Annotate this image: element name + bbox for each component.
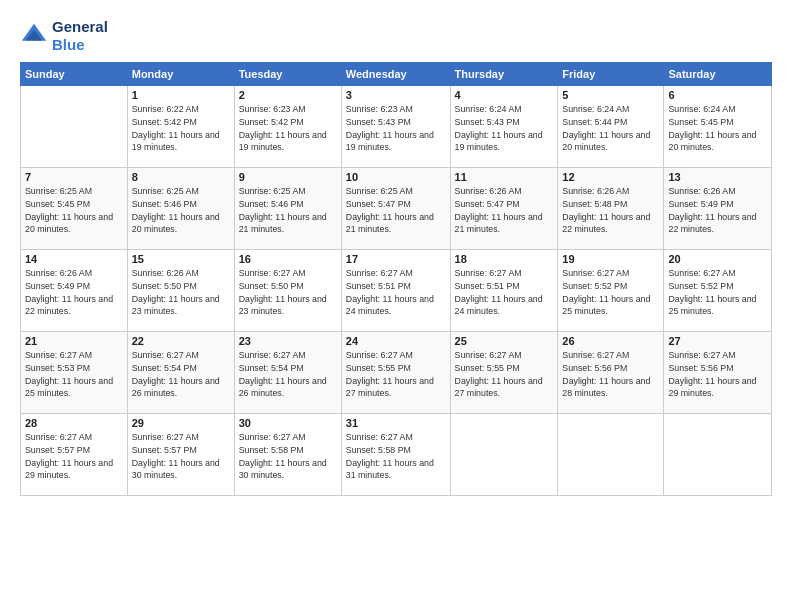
day-info: Sunrise: 6:27 AM Sunset: 5:58 PM Dayligh… bbox=[346, 431, 446, 482]
calendar-cell: 29Sunrise: 6:27 AM Sunset: 5:57 PM Dayli… bbox=[127, 414, 234, 496]
day-info: Sunrise: 6:27 AM Sunset: 5:56 PM Dayligh… bbox=[562, 349, 659, 400]
calendar-cell: 21Sunrise: 6:27 AM Sunset: 5:53 PM Dayli… bbox=[21, 332, 128, 414]
day-info: Sunrise: 6:26 AM Sunset: 5:48 PM Dayligh… bbox=[562, 185, 659, 236]
day-info: Sunrise: 6:26 AM Sunset: 5:49 PM Dayligh… bbox=[25, 267, 123, 318]
page: General Blue SundayMondayTuesdayWednesda… bbox=[0, 0, 792, 612]
day-number: 24 bbox=[346, 335, 446, 347]
day-info: Sunrise: 6:24 AM Sunset: 5:45 PM Dayligh… bbox=[668, 103, 767, 154]
day-number: 22 bbox=[132, 335, 230, 347]
calendar-header-thursday: Thursday bbox=[450, 63, 558, 86]
day-number: 4 bbox=[455, 89, 554, 101]
day-number: 12 bbox=[562, 171, 659, 183]
calendar-cell: 25Sunrise: 6:27 AM Sunset: 5:55 PM Dayli… bbox=[450, 332, 558, 414]
calendar-header-sunday: Sunday bbox=[21, 63, 128, 86]
day-number: 16 bbox=[239, 253, 337, 265]
calendar-cell: 7Sunrise: 6:25 AM Sunset: 5:45 PM Daylig… bbox=[21, 168, 128, 250]
day-info: Sunrise: 6:22 AM Sunset: 5:42 PM Dayligh… bbox=[132, 103, 230, 154]
day-number: 14 bbox=[25, 253, 123, 265]
calendar-week-5: 28Sunrise: 6:27 AM Sunset: 5:57 PM Dayli… bbox=[21, 414, 772, 496]
logo-icon bbox=[20, 22, 48, 50]
day-info: Sunrise: 6:27 AM Sunset: 5:57 PM Dayligh… bbox=[132, 431, 230, 482]
calendar-cell: 20Sunrise: 6:27 AM Sunset: 5:52 PM Dayli… bbox=[664, 250, 772, 332]
day-number: 17 bbox=[346, 253, 446, 265]
day-number: 13 bbox=[668, 171, 767, 183]
calendar-cell: 11Sunrise: 6:26 AM Sunset: 5:47 PM Dayli… bbox=[450, 168, 558, 250]
day-number: 18 bbox=[455, 253, 554, 265]
calendar-cell: 8Sunrise: 6:25 AM Sunset: 5:46 PM Daylig… bbox=[127, 168, 234, 250]
day-info: Sunrise: 6:27 AM Sunset: 5:54 PM Dayligh… bbox=[132, 349, 230, 400]
calendar-header-row: SundayMondayTuesdayWednesdayThursdayFrid… bbox=[21, 63, 772, 86]
calendar-cell: 19Sunrise: 6:27 AM Sunset: 5:52 PM Dayli… bbox=[558, 250, 664, 332]
calendar-cell: 1Sunrise: 6:22 AM Sunset: 5:42 PM Daylig… bbox=[127, 86, 234, 168]
day-number: 11 bbox=[455, 171, 554, 183]
day-number: 27 bbox=[668, 335, 767, 347]
day-number: 26 bbox=[562, 335, 659, 347]
day-number: 5 bbox=[562, 89, 659, 101]
calendar-cell: 28Sunrise: 6:27 AM Sunset: 5:57 PM Dayli… bbox=[21, 414, 128, 496]
day-info: Sunrise: 6:25 AM Sunset: 5:46 PM Dayligh… bbox=[239, 185, 337, 236]
day-number: 15 bbox=[132, 253, 230, 265]
day-info: Sunrise: 6:24 AM Sunset: 5:43 PM Dayligh… bbox=[455, 103, 554, 154]
day-info: Sunrise: 6:27 AM Sunset: 5:52 PM Dayligh… bbox=[668, 267, 767, 318]
calendar-cell bbox=[558, 414, 664, 496]
calendar-header-wednesday: Wednesday bbox=[341, 63, 450, 86]
day-info: Sunrise: 6:25 AM Sunset: 5:45 PM Dayligh… bbox=[25, 185, 123, 236]
day-number: 21 bbox=[25, 335, 123, 347]
calendar-cell: 23Sunrise: 6:27 AM Sunset: 5:54 PM Dayli… bbox=[234, 332, 341, 414]
day-info: Sunrise: 6:25 AM Sunset: 5:47 PM Dayligh… bbox=[346, 185, 446, 236]
day-info: Sunrise: 6:24 AM Sunset: 5:44 PM Dayligh… bbox=[562, 103, 659, 154]
calendar-cell bbox=[21, 86, 128, 168]
calendar-cell: 6Sunrise: 6:24 AM Sunset: 5:45 PM Daylig… bbox=[664, 86, 772, 168]
calendar-cell: 31Sunrise: 6:27 AM Sunset: 5:58 PM Dayli… bbox=[341, 414, 450, 496]
day-info: Sunrise: 6:27 AM Sunset: 5:54 PM Dayligh… bbox=[239, 349, 337, 400]
calendar-cell: 22Sunrise: 6:27 AM Sunset: 5:54 PM Dayli… bbox=[127, 332, 234, 414]
calendar-header-friday: Friday bbox=[558, 63, 664, 86]
day-info: Sunrise: 6:27 AM Sunset: 5:50 PM Dayligh… bbox=[239, 267, 337, 318]
day-number: 29 bbox=[132, 417, 230, 429]
logo: General Blue bbox=[20, 18, 108, 54]
day-number: 9 bbox=[239, 171, 337, 183]
day-number: 19 bbox=[562, 253, 659, 265]
calendar-cell: 18Sunrise: 6:27 AM Sunset: 5:51 PM Dayli… bbox=[450, 250, 558, 332]
calendar-week-2: 7Sunrise: 6:25 AM Sunset: 5:45 PM Daylig… bbox=[21, 168, 772, 250]
header: General Blue bbox=[20, 18, 772, 54]
calendar-cell bbox=[450, 414, 558, 496]
calendar-cell: 13Sunrise: 6:26 AM Sunset: 5:49 PM Dayli… bbox=[664, 168, 772, 250]
day-info: Sunrise: 6:27 AM Sunset: 5:58 PM Dayligh… bbox=[239, 431, 337, 482]
day-info: Sunrise: 6:27 AM Sunset: 5:55 PM Dayligh… bbox=[455, 349, 554, 400]
day-info: Sunrise: 6:27 AM Sunset: 5:55 PM Dayligh… bbox=[346, 349, 446, 400]
calendar-cell: 10Sunrise: 6:25 AM Sunset: 5:47 PM Dayli… bbox=[341, 168, 450, 250]
logo-text: General Blue bbox=[52, 18, 108, 54]
day-number: 8 bbox=[132, 171, 230, 183]
calendar-cell: 14Sunrise: 6:26 AM Sunset: 5:49 PM Dayli… bbox=[21, 250, 128, 332]
calendar-cell bbox=[664, 414, 772, 496]
calendar-cell: 5Sunrise: 6:24 AM Sunset: 5:44 PM Daylig… bbox=[558, 86, 664, 168]
calendar-header-tuesday: Tuesday bbox=[234, 63, 341, 86]
day-number: 20 bbox=[668, 253, 767, 265]
day-number: 30 bbox=[239, 417, 337, 429]
calendar-cell: 30Sunrise: 6:27 AM Sunset: 5:58 PM Dayli… bbox=[234, 414, 341, 496]
day-number: 10 bbox=[346, 171, 446, 183]
day-info: Sunrise: 6:27 AM Sunset: 5:57 PM Dayligh… bbox=[25, 431, 123, 482]
calendar-table: SundayMondayTuesdayWednesdayThursdayFrid… bbox=[20, 62, 772, 496]
calendar-cell: 16Sunrise: 6:27 AM Sunset: 5:50 PM Dayli… bbox=[234, 250, 341, 332]
calendar-week-3: 14Sunrise: 6:26 AM Sunset: 5:49 PM Dayli… bbox=[21, 250, 772, 332]
day-info: Sunrise: 6:23 AM Sunset: 5:42 PM Dayligh… bbox=[239, 103, 337, 154]
day-number: 23 bbox=[239, 335, 337, 347]
calendar-cell: 12Sunrise: 6:26 AM Sunset: 5:48 PM Dayli… bbox=[558, 168, 664, 250]
day-info: Sunrise: 6:26 AM Sunset: 5:47 PM Dayligh… bbox=[455, 185, 554, 236]
calendar-cell: 17Sunrise: 6:27 AM Sunset: 5:51 PM Dayli… bbox=[341, 250, 450, 332]
calendar-cell: 26Sunrise: 6:27 AM Sunset: 5:56 PM Dayli… bbox=[558, 332, 664, 414]
day-number: 25 bbox=[455, 335, 554, 347]
calendar-cell: 3Sunrise: 6:23 AM Sunset: 5:43 PM Daylig… bbox=[341, 86, 450, 168]
calendar-cell: 27Sunrise: 6:27 AM Sunset: 5:56 PM Dayli… bbox=[664, 332, 772, 414]
day-number: 7 bbox=[25, 171, 123, 183]
calendar-week-4: 21Sunrise: 6:27 AM Sunset: 5:53 PM Dayli… bbox=[21, 332, 772, 414]
day-number: 2 bbox=[239, 89, 337, 101]
day-info: Sunrise: 6:27 AM Sunset: 5:51 PM Dayligh… bbox=[455, 267, 554, 318]
calendar-header-saturday: Saturday bbox=[664, 63, 772, 86]
day-info: Sunrise: 6:27 AM Sunset: 5:56 PM Dayligh… bbox=[668, 349, 767, 400]
day-number: 31 bbox=[346, 417, 446, 429]
calendar-cell: 2Sunrise: 6:23 AM Sunset: 5:42 PM Daylig… bbox=[234, 86, 341, 168]
day-info: Sunrise: 6:23 AM Sunset: 5:43 PM Dayligh… bbox=[346, 103, 446, 154]
